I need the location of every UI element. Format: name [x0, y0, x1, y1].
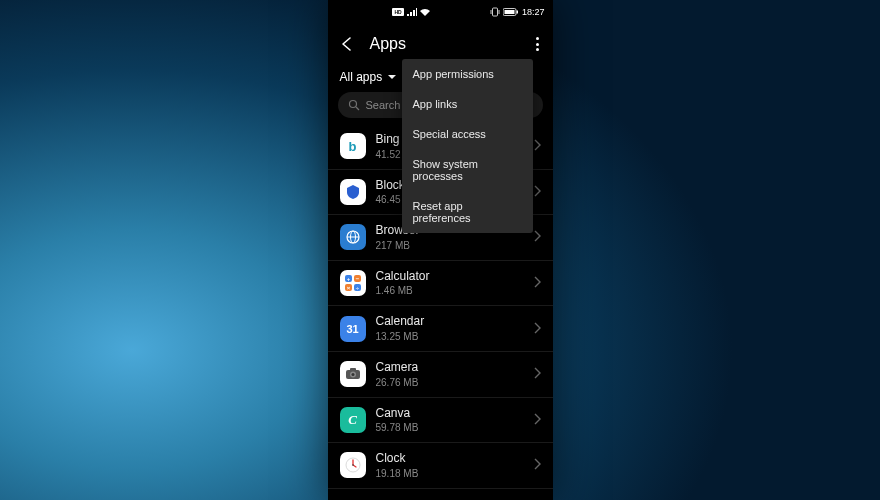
wifi-icon	[420, 8, 430, 16]
hd-icon: HD	[392, 8, 404, 16]
svg-text:+: +	[346, 276, 350, 282]
svg-text:−: −	[355, 276, 359, 282]
chevron-right-icon	[533, 228, 541, 246]
app-name: Clock	[376, 451, 523, 467]
svg-rect-18	[350, 368, 356, 371]
search-icon	[348, 99, 360, 111]
app-size: 13.25 MB	[376, 330, 523, 343]
chevron-right-icon	[533, 320, 541, 338]
camera-icon	[340, 361, 366, 387]
blocked-icon	[340, 179, 366, 205]
chevron-right-icon	[533, 365, 541, 383]
svg-point-20	[351, 373, 354, 376]
svg-rect-5	[516, 11, 518, 14]
app-row-clock[interactable]: Clock 19.18 MB	[328, 443, 553, 489]
canva-icon: C	[340, 407, 366, 433]
chevron-down-icon	[387, 72, 397, 82]
overflow-menu: App permissions App links Special access…	[402, 59, 533, 233]
app-size: 1.46 MB	[376, 284, 523, 297]
calendar-icon: 31	[340, 316, 366, 342]
app-size: 19.18 MB	[376, 467, 523, 480]
menu-item-special-access[interactable]: Special access	[402, 119, 533, 149]
svg-text:HD: HD	[394, 9, 402, 15]
back-button[interactable]	[338, 35, 356, 53]
signal-icon	[407, 8, 417, 16]
app-size: 217 MB	[376, 239, 523, 252]
app-name: Calculator	[376, 269, 523, 285]
chevron-right-icon	[533, 183, 541, 201]
status-bar: HD 18:27	[328, 0, 553, 24]
app-size: 59.78 MB	[376, 421, 523, 434]
app-row-canva[interactable]: C Canva 59.78 MB	[328, 398, 553, 444]
battery-icon	[503, 8, 519, 16]
app-name: Canva	[376, 406, 523, 422]
status-time: 18:27	[522, 7, 545, 17]
svg-point-6	[349, 101, 356, 108]
chevron-right-icon	[533, 456, 541, 474]
menu-item-reset-app-preferences[interactable]: Reset app preferences	[402, 191, 533, 233]
chevron-right-icon	[533, 274, 541, 292]
app-row-calendar[interactable]: 31 Calendar 13.25 MB	[328, 306, 553, 352]
svg-text:×: ×	[346, 285, 350, 291]
vibrate-icon	[490, 7, 500, 17]
menu-item-app-links[interactable]: App links	[402, 89, 533, 119]
phone-screen: HD 18:27 Apps All apps Search a b	[328, 0, 553, 500]
app-size: 26.76 MB	[376, 376, 523, 389]
menu-item-show-system-processes[interactable]: Show system processes	[402, 149, 533, 191]
chevron-right-icon	[533, 137, 541, 155]
filter-label: All apps	[340, 70, 383, 84]
clock-icon	[340, 452, 366, 478]
app-name: Calendar	[376, 314, 523, 330]
svg-rect-2	[492, 8, 497, 16]
header: Apps	[328, 24, 553, 64]
bing-icon: b	[340, 133, 366, 159]
svg-point-22	[352, 465, 354, 467]
chevron-right-icon	[533, 411, 541, 429]
menu-item-app-permissions[interactable]: App permissions	[402, 59, 533, 89]
browser-icon	[340, 224, 366, 250]
page-title: Apps	[370, 35, 532, 53]
app-row-calculator[interactable]: +−×÷ Calculator 1.46 MB	[328, 261, 553, 307]
svg-rect-4	[504, 10, 514, 14]
app-name: Camera	[376, 360, 523, 376]
calculator-icon: +−×÷	[340, 270, 366, 296]
more-options-button[interactable]	[532, 33, 543, 55]
app-row-camera[interactable]: Camera 26.76 MB	[328, 352, 553, 398]
